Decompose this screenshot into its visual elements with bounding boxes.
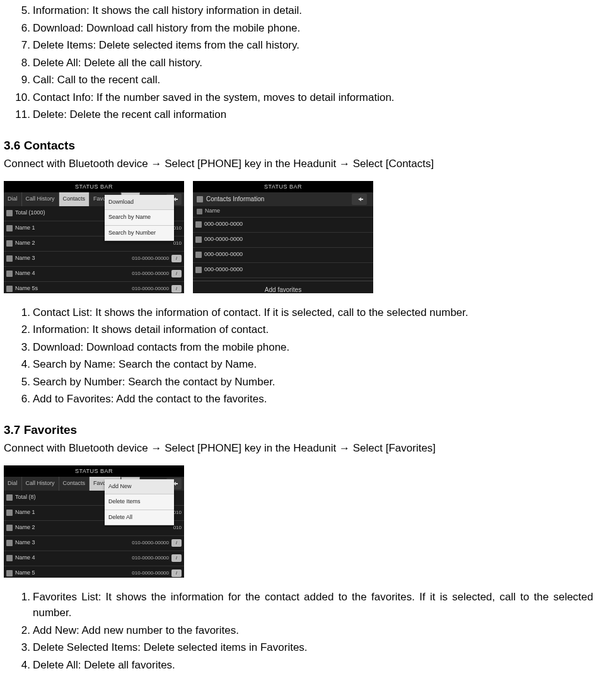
add-favorites-button[interactable]: Add favorites: [193, 281, 373, 293]
status-bar: STATUS BAR: [4, 181, 184, 192]
favorite-row[interactable]: Name 5010-0000-00000i: [4, 566, 184, 578]
person-icon: [197, 209, 202, 214]
tab-contacts[interactable]: Contacts: [59, 477, 90, 491]
list-item: 8.Delete All: Delete all the call histor…: [33, 55, 593, 71]
favorites-instruction: Connect with Bluetooth device → Select […: [4, 440, 593, 457]
favorites-menu-dropdown: Add New Delete Items Delete All: [105, 479, 174, 526]
star-icon: [6, 525, 13, 531]
star-icon: [6, 510, 13, 516]
person-icon: [6, 255, 13, 262]
list-item: 6.Download: Download call history from t…: [33, 20, 593, 37]
arrow-icon: →: [151, 158, 161, 170]
star-icon: [6, 570, 13, 576]
status-bar: STATUS BAR: [193, 181, 373, 192]
contacts-feature-list: 1.Contact List: It shows the information…: [4, 305, 593, 407]
contacts-menu-dropdown: Download Search by Name Search by Number: [105, 195, 174, 242]
arrow-icon: →: [339, 158, 350, 170]
tab-call-history[interactable]: Call History: [22, 477, 59, 491]
star-icon: [6, 540, 13, 546]
list-item: 5.Information: It shows the call history…: [33, 3, 593, 19]
contact-info-screen: STATUS BAR Contacts Information Name 000…: [193, 181, 373, 293]
tab-contacts[interactable]: Contacts: [59, 192, 90, 206]
person-icon: [6, 286, 13, 292]
list-item: 5.Search by Number: Search the contact b…: [33, 374, 593, 390]
back-button[interactable]: [352, 194, 367, 205]
number-row[interactable]: 000-0000-0000: [193, 233, 373, 248]
list-item: 7.Delete Items: Delete selected items fr…: [33, 37, 593, 54]
favorites-icon: [6, 494, 13, 501]
favorite-row[interactable]: Name 4010-0000-00000i: [4, 551, 184, 566]
list-item: 3.Delete Selected Items: Delete selected…: [33, 639, 593, 656]
contact-row[interactable]: Name 3010-0000-00000i: [4, 252, 184, 267]
list-item: 2.Add New: Add new number to the favorit…: [33, 622, 593, 639]
dd-add-new[interactable]: Add New: [105, 479, 174, 495]
info-icon[interactable]: i: [171, 539, 182, 547]
tab-call-history[interactable]: Call History: [22, 192, 59, 206]
list-item: 10.Contact Info: If the number saved in …: [33, 90, 593, 106]
screen-title-row: Contacts Information: [193, 192, 373, 206]
info-icon[interactable]: i: [171, 554, 182, 562]
fax-icon: [195, 267, 202, 273]
section-3-6-title: 3.6 Contacts: [4, 137, 593, 155]
contacts-icon: [197, 196, 203, 202]
person-icon: [6, 271, 13, 277]
name-header: Name: [193, 206, 373, 218]
list-item: 1.Favorites List: It shows the informati…: [33, 589, 593, 621]
list-item: 4.Delete All: Delete all favorites.: [33, 657, 593, 674]
dd-delete-items[interactable]: Delete Items: [105, 494, 174, 510]
section-3-7-title: 3.7 Favorites: [4, 421, 593, 440]
favorites-feature-list: 1.Favorites List: It shows the informati…: [4, 589, 593, 674]
dd-search-number[interactable]: Search by Number: [105, 226, 174, 242]
info-icon[interactable]: i: [171, 569, 182, 577]
number-row[interactable]: 000-0000-0000: [193, 218, 373, 233]
status-bar: STATUS BAR: [4, 465, 184, 477]
list-item: 2.Information: It shows detail informati…: [33, 322, 593, 338]
arrow-icon: →: [339, 442, 350, 454]
mobile-icon: [195, 221, 202, 228]
home-icon: [195, 236, 202, 243]
contacts-screenshots: STATUS BAR Dial Call History Contacts Fa…: [4, 181, 593, 293]
info-icon[interactable]: i: [171, 270, 182, 277]
list-item: 1.Contact List: It shows the information…: [33, 305, 593, 321]
office-icon: [195, 252, 202, 258]
list-item: 11.Delete: Delete the recent call inform…: [33, 107, 593, 123]
person-icon: [6, 225, 13, 231]
star-icon: [6, 555, 13, 561]
contacts-list-screen: STATUS BAR Dial Call History Contacts Fa…: [4, 181, 184, 293]
tab-dial[interactable]: Dial: [4, 477, 22, 491]
contact-row[interactable]: Name 5s010-0000-00000i: [4, 282, 184, 293]
info-icon[interactable]: i: [171, 255, 182, 262]
number-row[interactable]: 000-0000-0000: [193, 263, 373, 278]
screen-title: Contacts Information: [206, 194, 264, 204]
contacts-instruction: Connect with Bluetooth device → Select […: [4, 156, 593, 172]
arrow-icon: →: [151, 442, 161, 454]
contacts-icon: [6, 210, 13, 216]
list-item: 3.Download: Download contacts from the m…: [33, 339, 593, 356]
list-item: 9.Call: Call to the recent call.: [33, 72, 593, 88]
call-history-list: 5.Information: It shows the call history…: [4, 3, 593, 123]
list-item: 4.Search by Name: Search the contact by …: [33, 356, 593, 373]
dd-delete-all[interactable]: Delete All: [105, 510, 174, 526]
number-row[interactable]: 000-0000-0000: [193, 248, 373, 263]
dd-download[interactable]: Download: [105, 195, 174, 211]
contact-row[interactable]: Name 4010-0000-00000i: [4, 267, 184, 282]
person-icon: [6, 240, 13, 247]
dd-search-name[interactable]: Search by Name: [105, 210, 174, 226]
favorites-screenshots: STATUS BAR Dial Call History Contacts Fa…: [4, 465, 593, 578]
back-arrow-icon: [358, 197, 361, 201]
favorite-row[interactable]: Name 3010-0000-00000i: [4, 536, 184, 551]
info-icon[interactable]: i: [171, 285, 182, 293]
favorites-list-screen: STATUS BAR Dial Call History Contacts Fa…: [4, 465, 184, 578]
list-item: 6.Add to Favorites: Add the contact to t…: [33, 391, 593, 407]
tab-dial[interactable]: Dial: [4, 192, 22, 206]
